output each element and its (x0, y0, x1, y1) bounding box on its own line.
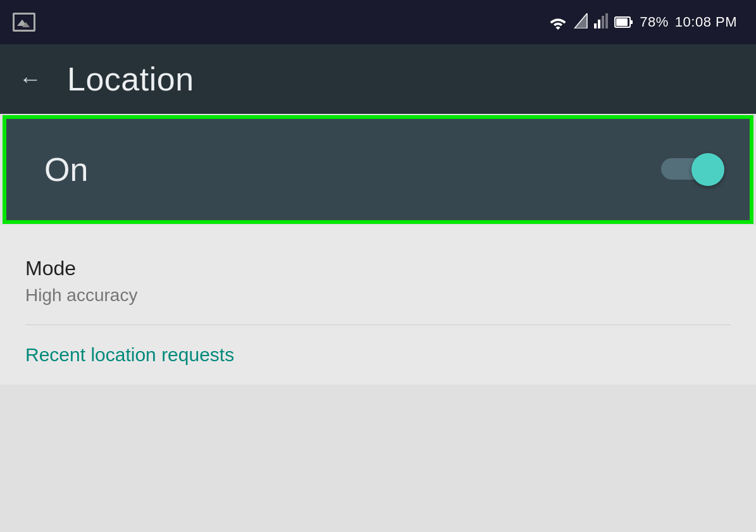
time-display: 10:08 PM (675, 14, 737, 30)
status-icons: 78% 10:08 PM (548, 13, 737, 31)
battery-percent: 78% (640, 14, 669, 30)
location-toggle-row[interactable]: On (6, 119, 750, 220)
content-area: Mode High accuracy Recent location reque… (0, 225, 756, 385)
back-button[interactable]: ← (19, 68, 42, 90)
svg-rect-2 (598, 20, 600, 28)
svg-marker-0 (574, 13, 587, 28)
svg-rect-4 (605, 13, 608, 28)
recent-section: Recent location requests (25, 325, 731, 366)
image-icon (13, 13, 35, 32)
signal-triangle-icon (574, 13, 588, 31)
svg-rect-1 (594, 23, 597, 28)
svg-rect-6 (630, 20, 633, 24)
toggle-thumb (691, 153, 724, 186)
mode-section[interactable]: Mode High accuracy (25, 251, 731, 325)
battery-icon (614, 15, 633, 30)
wifi-icon (548, 15, 567, 30)
location-toggle-switch[interactable] (661, 153, 724, 186)
mode-subtitle: High accuracy (25, 285, 731, 306)
page-title: Location (67, 60, 194, 98)
svg-rect-7 (616, 18, 628, 26)
svg-rect-3 (602, 16, 604, 28)
mode-title: Mode (25, 257, 731, 280)
toggle-label: On (44, 151, 88, 189)
notification-area (13, 0, 35, 44)
status-bar: 78% 10:08 PM (0, 0, 756, 44)
recent-title: Recent location requests (25, 344, 731, 366)
action-bar: ← Location (0, 44, 756, 114)
signal-bars-icon (594, 13, 608, 31)
toggle-row-wrapper: On (0, 114, 756, 225)
